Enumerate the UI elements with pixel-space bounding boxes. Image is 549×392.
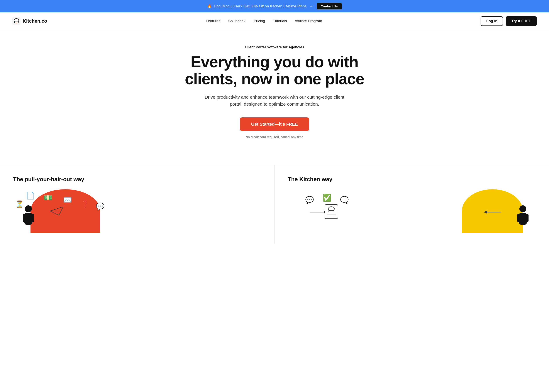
nav-links: Features Solutions Pricing Tutorials Aff…	[206, 19, 322, 23]
hero-description: Drive productivity and enhance teamwork …	[200, 94, 349, 108]
document-icon: 📄	[26, 191, 35, 200]
svg-rect-22	[526, 214, 528, 222]
person-right-icon	[514, 204, 532, 233]
svg-marker-18	[484, 210, 487, 214]
svg-rect-3	[16, 23, 17, 23]
nav-link-tutorials[interactable]: Tutorials	[273, 19, 287, 23]
svg-rect-21	[517, 214, 520, 222]
hero-title-line1: Everything you do with	[191, 53, 358, 70]
banner-arrow: →	[310, 4, 313, 8]
main-nav: Kitchen.co Features Solutions Pricing Tu…	[0, 12, 549, 30]
cta-button[interactable]: Get Started—it's FREE	[240, 117, 309, 131]
nav-item-tutorials[interactable]: Tutorials	[273, 19, 287, 23]
nav-link-solutions[interactable]: Solutions	[228, 19, 246, 23]
hero-title: Everything you do with clients, now in o…	[174, 54, 375, 88]
comparison-section: The pull-your-hair-out way ⏳ 📄 💵 ✉️ ❓ 💬	[0, 165, 549, 244]
nav-actions: Log in Try it FREE	[481, 16, 537, 26]
right-illustration: 💬 ✅ 🗨️	[288, 189, 536, 233]
chat2-icon: 🗨️	[340, 196, 349, 204]
hero-section: Client Portal Software for Agencies Ever…	[166, 30, 383, 152]
logo-text: Kitchen.co	[23, 18, 47, 24]
svg-point-6	[25, 205, 32, 212]
hero-subtitle: Client Portal Software for Agencies	[174, 45, 375, 49]
dollar-icon: 💵	[43, 194, 52, 202]
announcement-banner: 🔥 DocuMocu User? Get 30% Off on Kitchen …	[0, 0, 549, 12]
banner-contact-button[interactable]: Contact Us	[317, 3, 342, 9]
login-button[interactable]: Log in	[481, 16, 503, 26]
banner-emoji: 🔥	[207, 4, 212, 8]
logo-icon	[12, 17, 21, 25]
arrow-left-icon	[484, 209, 501, 215]
hero-title-line2: clients, now in one place	[185, 70, 364, 88]
svg-point-19	[519, 205, 526, 212]
nav-item-features[interactable]: Features	[206, 19, 220, 23]
left-illustration: ⏳ 📄 💵 ✉️ ❓ 💬	[13, 189, 261, 233]
comparison-right-title: The Kitchen way	[288, 176, 536, 183]
logo[interactable]: Kitchen.co	[12, 17, 47, 25]
nav-link-pricing[interactable]: Pricing	[253, 19, 265, 23]
nav-link-features[interactable]: Features	[206, 19, 220, 23]
chat-icon: 💬	[305, 196, 314, 204]
nav-item-pricing[interactable]: Pricing	[253, 19, 265, 23]
banner-text: 🔥 DocuMocu User? Get 30% Off on Kitchen …	[207, 4, 314, 8]
svg-rect-8	[23, 214, 26, 222]
speech-icon: 💬	[96, 202, 105, 210]
nav-item-solutions[interactable]: Solutions	[228, 19, 246, 23]
envelope-icon: ✉️	[63, 196, 72, 204]
svg-rect-9	[31, 214, 34, 222]
question-icon: ❓	[81, 200, 89, 208]
try-free-button[interactable]: Try it FREE	[506, 16, 537, 26]
hero-note: No credit card required, cancel any time	[174, 135, 375, 139]
comparison-left-title: The pull-your-hair-out way	[13, 176, 261, 183]
document-box-icon	[323, 202, 340, 220]
nav-item-affiliate[interactable]: Affiliate Program	[295, 19, 322, 23]
person-left-icon	[20, 204, 37, 233]
paper-plane-icon	[50, 207, 63, 215]
check-icon: ✅	[323, 194, 331, 202]
comparison-left: The pull-your-hair-out way ⏳ 📄 💵 ✉️ ❓ 💬	[0, 165, 275, 244]
nav-link-affiliate[interactable]: Affiliate Program	[295, 19, 322, 23]
banner-message: DocuMocu User? Get 30% Off on Kitchen Li…	[214, 4, 307, 8]
comparison-right: The Kitchen way 💬 ✅ 🗨️	[275, 165, 549, 244]
